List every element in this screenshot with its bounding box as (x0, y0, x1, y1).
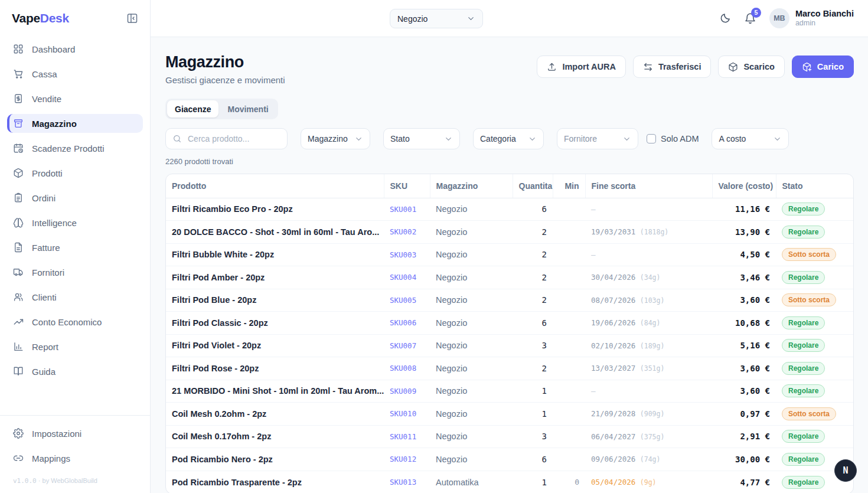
notifications-button[interactable]: 5 (744, 12, 756, 25)
sidebar-item-vendite[interactable]: Vendite (7, 89, 143, 108)
sidebar-item-mappings[interactable]: Mappings (7, 449, 143, 468)
column-header-stato[interactable]: Stato (776, 174, 854, 198)
product-expiry: 02/10/2026 (189g) (585, 334, 712, 357)
table-row[interactable]: Filtri Pod Blue - 20pzSKU005Negozio208/0… (166, 289, 854, 312)
sidebar-item-clienti[interactable]: Clienti (7, 288, 143, 306)
app-version: v1.0.0 (13, 477, 37, 485)
transfer-icon (643, 62, 653, 72)
column-header-sku[interactable]: SKU (384, 174, 430, 198)
status-badge: Regolare (782, 339, 825, 352)
upload-icon (547, 62, 557, 72)
column-header-min[interactable]: Min (553, 174, 585, 198)
product-sku[interactable]: SKU013 (384, 471, 430, 493)
table-row[interactable]: Pod Ricambio Nero - 2pzSKU012Negozio609/… (166, 448, 854, 471)
status-badge: Regolare (782, 476, 825, 489)
sidebar-item-fornitori[interactable]: Fornitori (7, 263, 143, 282)
sidebar-item-label: Fornitori (32, 267, 64, 277)
table-row[interactable]: Filtri Pod Classic - 20pzSKU006Negozio61… (166, 312, 854, 335)
product-sku[interactable]: SKU004 (384, 266, 430, 289)
table-row[interactable]: Filtri Ricambio Eco Pro - 20pzSKU001Nego… (166, 198, 854, 221)
product-warehouse: Negozio (430, 198, 513, 221)
search-input[interactable] (187, 133, 280, 144)
sidebar-item-impostazioni[interactable]: Impostazioni (7, 424, 143, 443)
sidebar-item-dashboard[interactable]: Dashboard (7, 40, 143, 58)
filter-select-magazzino[interactable]: Magazzino (301, 128, 370, 149)
expiry-date: 13/03/2027 (591, 364, 635, 373)
filter-select-stato[interactable]: Stato (383, 128, 460, 149)
product-sku[interactable]: SKU006 (384, 312, 430, 335)
product-sku[interactable]: SKU010 (384, 403, 430, 426)
tab-giacenze[interactable]: Giacenze (167, 100, 218, 117)
product-sku[interactable]: SKU003 (384, 243, 430, 266)
carico-button[interactable]: Carico (792, 55, 854, 78)
product-name: Pod Ricambio Trasparente - 2pz (166, 471, 384, 493)
panel-collapse-icon (126, 12, 138, 24)
scarico-button[interactable]: Scarico (718, 55, 784, 78)
product-sku[interactable]: SKU012 (384, 448, 430, 471)
theme-toggle-button[interactable] (719, 12, 731, 24)
sidebar-collapse-button[interactable] (126, 12, 138, 24)
trasferisci-button[interactable]: Trasferisci (633, 55, 712, 78)
product-sku[interactable]: SKU005 (384, 289, 430, 312)
product-sku[interactable]: SKU007 (384, 334, 430, 357)
product-name: Filtri Ricambio Eco Pro - 20pz (166, 198, 384, 221)
product-expiry: 08/07/2026 (103g) (585, 289, 712, 312)
column-header-prodotto[interactable]: Prodotto (166, 174, 384, 198)
sidebar-item-ordini[interactable]: Ordini (7, 188, 143, 207)
product-sku[interactable]: SKU008 (384, 357, 430, 380)
brain-icon (13, 217, 24, 228)
filter-select-fornitore[interactable]: Fornitore (557, 128, 638, 149)
sidebar-item-fatture[interactable]: Fatture (7, 238, 143, 257)
tab-label: Movimenti (227, 105, 268, 114)
sidebar-item-guida[interactable]: Guida (7, 362, 143, 381)
sort-select[interactable]: A costo (712, 128, 789, 149)
sidebar-item-label: Cassa (32, 69, 57, 79)
product-quantity: 1 (513, 380, 553, 403)
table-row[interactable]: Pod Ricambio Trasparente - 2pzSKU013Auto… (166, 471, 854, 493)
tab-movimenti[interactable]: Movimenti (220, 100, 276, 117)
product-expiry: 19/06/2026 (84g) (585, 312, 712, 335)
column-header-valore-costo[interactable]: Valore (costo) (712, 174, 776, 198)
sidebar-item-label: Dashboard (32, 44, 75, 54)
table-row[interactable]: 20 DOLCE BACCO - Shot - 30ml in 60ml - T… (166, 221, 854, 244)
product-sku[interactable]: SKU002 (384, 221, 430, 244)
sidebar-item-intelligence[interactable]: Intelligence (7, 213, 143, 232)
product-min (553, 334, 585, 357)
floating-n-button[interactable]: N (834, 459, 857, 482)
product-sku[interactable]: SKU011 (384, 425, 430, 448)
product-status-cell: Regolare (776, 221, 854, 244)
sidebar-item-prodotti[interactable]: Prodotti (7, 164, 143, 182)
table-row[interactable]: Coil Mesh 0.2ohm - 2pzSKU010Negozio121/0… (166, 403, 854, 426)
sidebar-item-conto-economico[interactable]: Conto Economico (7, 312, 143, 331)
table-row[interactable]: Filtri Pod Rose - 20pzSKU008Negozio213/0… (166, 357, 854, 380)
bar-chart-icon (13, 341, 24, 352)
table-row[interactable]: Coil Mesh 0.17ohm - 2pzSKU011Negozio306/… (166, 425, 854, 448)
search-box[interactable] (165, 128, 288, 149)
column-header-fine-scorta[interactable]: Fine scorta (585, 174, 712, 198)
sidebar-item-label: Report (32, 342, 58, 352)
product-sku[interactable]: SKU009 (384, 380, 430, 403)
solo-adm-filter[interactable]: Solo ADM (647, 134, 699, 143)
product-status-cell: Regolare (776, 357, 854, 380)
store-selector[interactable]: Negozio (390, 9, 483, 28)
solo-adm-checkbox[interactable] (647, 134, 656, 143)
table-row[interactable]: Filtri Pod Violet - 20pzSKU007Negozio302… (166, 334, 854, 357)
sidebar-footer-nav: ImpostazioniMappings (7, 422, 143, 468)
filter-select-categoria[interactable]: Categoria (473, 128, 544, 149)
table-row[interactable]: Filtri Pod Amber - 20pzSKU004Negozio230/… (166, 266, 854, 289)
sidebar-item-magazzino[interactable]: Magazzino (7, 114, 143, 133)
sidebar-item-scadenze-prodotti[interactable]: Scadenze Prodotti (7, 139, 143, 158)
product-expiry: 05/04/2026 (9g) (585, 471, 712, 493)
product-min (553, 357, 585, 380)
user-menu[interactable]: MB Marco Bianchi admin (769, 8, 854, 28)
sidebar-item-cassa[interactable]: Cassa (7, 64, 143, 83)
product-sku[interactable]: SKU001 (384, 198, 430, 221)
product-value: 3,60 € (712, 357, 776, 380)
sidebar-item-report[interactable]: Report (7, 337, 143, 356)
table-row[interactable]: 21 MORBIDO - Mini Shot - 10ml in 20ml - … (166, 380, 854, 403)
column-header-quantita[interactable]: Quantita (513, 174, 553, 198)
import-aura-button[interactable]: Import AURA (537, 55, 625, 78)
column-header-magazzino[interactable]: Magazzino (430, 174, 513, 198)
sidebar-item-label: Ordini (32, 193, 56, 203)
table-row[interactable]: Filtri Bubble White - 20pzSKU003Negozio2… (166, 243, 854, 266)
